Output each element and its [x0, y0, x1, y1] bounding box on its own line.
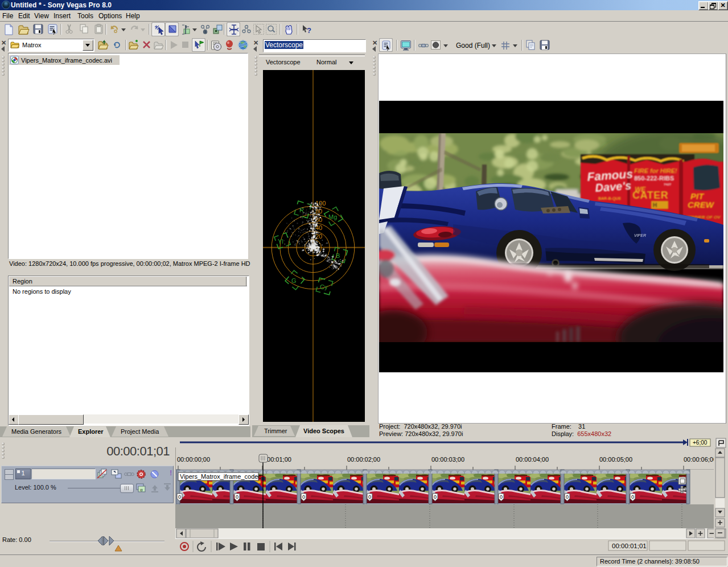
svg-text:Dave's: Dave's	[595, 179, 632, 194]
svg-text:BAR-B-QUE: BAR-B-QUE	[598, 196, 621, 201]
svg-text:Yl: Yl	[278, 238, 283, 245]
svg-text:0: 0	[178, 494, 181, 500]
svg-text:00:00:03;00: 00:00:03;00	[431, 456, 464, 463]
svg-text:CREW: CREW	[688, 200, 715, 209]
svg-text:FIRE for HIRE!: FIRE for HIRE!	[634, 167, 677, 174]
svg-text:G: G	[291, 277, 297, 284]
svg-text:α: α	[140, 487, 143, 492]
svg-text:0: 0	[631, 494, 634, 500]
svg-text:Mg: Mg	[328, 213, 337, 220]
svg-text:7427: 7427	[664, 183, 672, 186]
svg-text:00:00:04;00: 00:00:04;00	[516, 456, 549, 463]
svg-text:850-222-RIBS: 850-222-RIBS	[634, 175, 674, 182]
svg-text:?: ?	[307, 26, 311, 35]
svg-text:CATER: CATER	[632, 190, 668, 201]
svg-text:H: H	[653, 202, 657, 208]
svg-text:Vipers_Matrox_iframe_codec: Vipers_Matrox_iframe_codec	[180, 473, 261, 480]
svg-text:0: 0	[566, 494, 569, 500]
svg-text:00:00:00;00: 00:00:00;00	[177, 456, 210, 463]
svg-text:0: 0	[302, 494, 305, 500]
svg-text:B: B	[336, 252, 340, 259]
svg-text:Cy: Cy	[320, 284, 328, 290]
svg-text:0: 0	[368, 494, 371, 500]
svg-text:VIPER: VIPER	[634, 233, 646, 237]
svg-text:Good (Full): Good (Full)	[456, 42, 490, 50]
svg-text::00:01;00: :00:01;00	[265, 456, 291, 463]
svg-text:00:00:02;00: 00:00:02;00	[347, 456, 380, 463]
svg-text:0: 0	[500, 494, 503, 500]
svg-text:0: 0	[236, 494, 238, 500]
svg-text:00:00:01;01: 00:00:01;01	[612, 543, 647, 549]
svg-text:0: 0	[434, 494, 437, 500]
svg-text:00:00:06;00: 00:00:06;00	[684, 456, 717, 463]
svg-text:+6;00: +6;00	[693, 439, 708, 446]
svg-text:00:00:05;00: 00:00:05;00	[599, 456, 632, 463]
